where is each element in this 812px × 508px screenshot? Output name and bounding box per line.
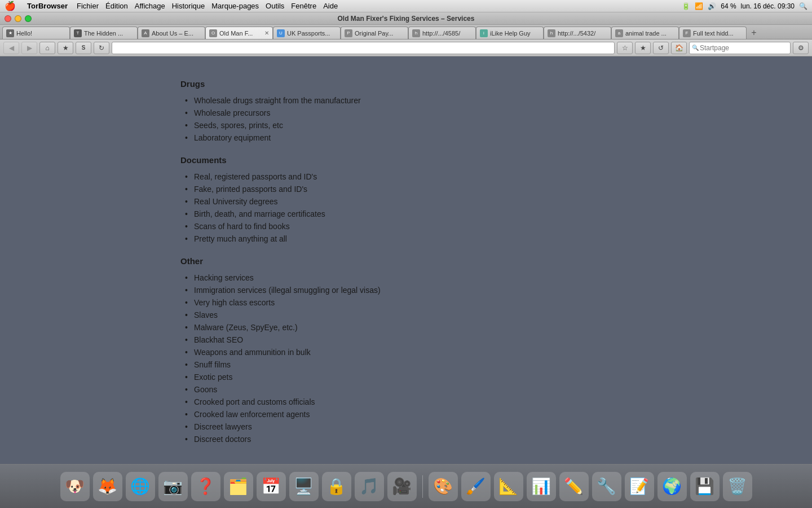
dock-finder[interactable]: 🐶 xyxy=(60,472,90,501)
list-item: Crooked port and customs officials xyxy=(180,396,632,408)
tab-favicon: O xyxy=(209,29,217,37)
dock-icon4[interactable]: 📷 xyxy=(158,472,188,501)
list-item: Goons xyxy=(180,383,632,396)
window-buttons xyxy=(5,15,32,22)
forward-button[interactable]: ▶ xyxy=(21,42,37,54)
tab-animal[interactable]: a animal trade ... xyxy=(611,27,679,39)
tab-favicon: a xyxy=(615,29,623,37)
reload-icon[interactable]: ↻ xyxy=(94,42,109,54)
list-item: Slaves xyxy=(180,309,632,321)
dock-firefox[interactable]: 🦊 xyxy=(93,472,122,501)
section-heading-documents: Documents xyxy=(180,155,632,165)
dock-icon8[interactable]: 🖥️ xyxy=(289,472,319,501)
tab-bar: ★ Hello! T The Hidden ... A About Us – E… xyxy=(0,25,812,40)
menu-affichage[interactable]: Affichage xyxy=(135,2,165,10)
toolbar: ◀ ▶ ⌂ ★ S ↻ ☆ ★ ↺ 🏠 🔍 ⚙ xyxy=(0,40,812,56)
tab-hello[interactable]: ★ Hello! xyxy=(2,27,70,39)
list-item: Discreet doctors xyxy=(180,433,632,445)
address-input[interactable] xyxy=(116,44,611,52)
new-tab-button[interactable]: + xyxy=(748,27,760,39)
list-item: Fake, printed passports and ID's xyxy=(180,183,632,195)
menu-fenetre[interactable]: Fenêtre xyxy=(291,2,316,10)
volume-icon: 🔊 xyxy=(708,2,716,10)
tab-hidden[interactable]: T The Hidden ... xyxy=(70,27,138,39)
tab-label: About Us – E... xyxy=(152,30,201,37)
tab-4585[interactable]: h http://.../4585/ xyxy=(408,27,476,39)
tab-favicon: F xyxy=(683,29,691,37)
drugs-list: Wholesale drugs straight from the manufa… xyxy=(180,94,632,144)
tab-original-pay[interactable]: P Original Pay... xyxy=(341,27,408,39)
home-button[interactable]: ⌂ xyxy=(39,42,55,54)
s-button[interactable]: S xyxy=(76,42,91,54)
dock-icon16[interactable]: ✏️ xyxy=(559,472,589,501)
close-button[interactable] xyxy=(5,15,11,22)
tab-oldman[interactable]: O Old Man F... ✕ xyxy=(205,27,273,39)
search-input[interactable] xyxy=(700,44,788,52)
menu-outils[interactable]: Outils xyxy=(266,2,284,10)
dock-icon13[interactable]: 🖌️ xyxy=(461,472,491,501)
list-item: Weapons and ammunition in bulk xyxy=(180,346,632,358)
search-icon[interactable]: 🔍 xyxy=(799,2,807,10)
tab-label: Original Pay... xyxy=(355,30,404,37)
app-name[interactable]: TorBrowser xyxy=(27,2,68,10)
home2-button[interactable]: 🏠 xyxy=(671,42,687,54)
menu-historique[interactable]: Historique xyxy=(172,2,205,10)
tab-uk-passports[interactable]: U UK Passports... xyxy=(273,27,341,39)
dock-separator xyxy=(422,475,423,498)
tab-favicon: U xyxy=(277,29,285,37)
tab-ilike[interactable]: i iLike Help Guy xyxy=(476,27,544,39)
address-bar-container xyxy=(112,42,615,54)
list-item: Birth, death, and marriage certificates xyxy=(180,208,632,220)
tab-favicon: h xyxy=(548,29,555,37)
dock-icon6[interactable]: 🗂️ xyxy=(224,472,253,501)
tab-fulltext[interactable]: F Full text hidd... xyxy=(679,27,747,39)
star-button[interactable]: ☆ xyxy=(617,42,633,54)
section-heading-other: Other xyxy=(180,256,632,266)
tab-label: Hello! xyxy=(16,30,66,37)
dock-icon19[interactable]: 🌍 xyxy=(657,472,687,501)
dock-icon15[interactable]: 📊 xyxy=(527,472,556,501)
list-item: Scans of hard to find books xyxy=(180,220,632,233)
dock-icon14[interactable]: 📐 xyxy=(494,472,523,501)
menu-aide[interactable]: Aide xyxy=(323,2,338,10)
apple-menu[interactable]: 🍎 xyxy=(5,1,16,11)
tab-about[interactable]: A About Us – E... xyxy=(138,27,205,39)
tab-5432[interactable]: h http://.../5432/ xyxy=(544,27,611,39)
list-item: Snuff films xyxy=(180,358,632,371)
battery-icon: 🔋 xyxy=(682,2,690,10)
page-area[interactable]: Drugs Wholesale drugs straight from the … xyxy=(0,56,812,464)
reload-button[interactable]: ↺ xyxy=(653,42,669,54)
minimize-button[interactable] xyxy=(15,15,21,22)
settings-button[interactable]: ⚙ xyxy=(793,42,809,54)
menubar-right: 🔋 📶 🔊 64 % lun. 16 déc. 09:30 🔍 xyxy=(682,2,807,10)
dock-icon20[interactable]: 💾 xyxy=(690,472,720,501)
back-button[interactable]: ◀ xyxy=(3,42,19,54)
mac-dock: 🐶 🦊 🌐 📷 ❓ 🗂️ 📅 🖥️ 🔒 🎵 🎥 🎨 🖌️ 📐 📊 ✏️ 🔧 📝 … xyxy=(0,464,812,508)
page-content: Drugs Wholesale drugs straight from the … xyxy=(147,56,665,464)
menu-fichier[interactable]: Fichier xyxy=(77,2,99,10)
menu-edition[interactable]: Édition xyxy=(105,2,128,10)
documents-list: Real, registered passports and ID's Fake… xyxy=(180,170,632,245)
dock-icon3[interactable]: 🌐 xyxy=(126,472,155,501)
tab-label: animal trade ... xyxy=(625,30,675,37)
dock-icon9[interactable]: 🔒 xyxy=(322,472,351,501)
star-filled-button[interactable]: ★ xyxy=(635,42,651,54)
mac-menubar: 🍎 TorBrowser Fichier Édition Affichage H… xyxy=(0,0,812,12)
tab-close-icon[interactable]: ✕ xyxy=(264,30,269,36)
dock-icon11[interactable]: 🎥 xyxy=(387,472,417,501)
dock-icon10[interactable]: 🎵 xyxy=(355,472,384,501)
list-item: Malware (Zeus, SpyEye, etc.) xyxy=(180,321,632,334)
dock-trash[interactable]: 🗑️ xyxy=(723,472,752,501)
dock-calendar[interactable]: 📅 xyxy=(257,472,286,501)
tab-label: http://.../4585/ xyxy=(422,30,472,37)
dock-icon5[interactable]: ❓ xyxy=(191,472,220,501)
tab-favicon: T xyxy=(74,29,82,37)
list-item: Wholesale drugs straight from the manufa… xyxy=(180,94,632,107)
list-item: Real, registered passports and ID's xyxy=(180,170,632,183)
dock-icon18[interactable]: 📝 xyxy=(625,472,654,501)
menu-marque-pages[interactable]: Marque-pages xyxy=(211,2,259,10)
dock-photoshop[interactable]: 🎨 xyxy=(429,472,458,501)
maximize-button[interactable] xyxy=(25,15,32,22)
bookmark-button[interactable]: ★ xyxy=(58,42,73,54)
dock-icon17[interactable]: 🔧 xyxy=(592,472,621,501)
